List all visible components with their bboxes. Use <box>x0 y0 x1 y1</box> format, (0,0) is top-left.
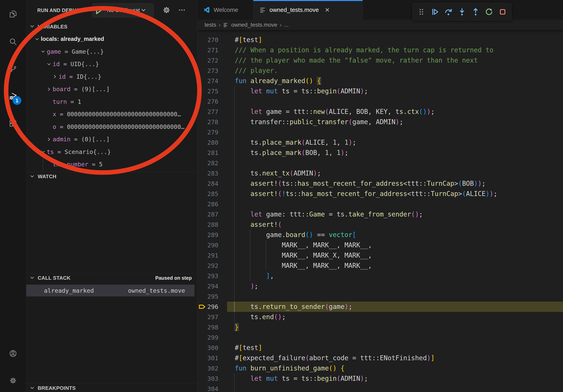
code-line-content[interactable] <box>227 332 563 343</box>
line-gutter[interactable]: 301 <box>197 353 227 363</box>
code-line-content[interactable] <box>227 158 563 168</box>
call-stack-section-header[interactable]: CALL STACK Paused on step <box>26 273 197 282</box>
breakpoints-section-header[interactable]: BREAKPOINTS <box>26 383 197 392</box>
chevron-down-icon[interactable] <box>39 148 47 156</box>
code-line-content[interactable]: /// the player who made the "false" move… <box>227 55 563 65</box>
chevron-down-icon[interactable] <box>45 60 53 68</box>
line-number[interactable]: 291 <box>207 250 218 261</box>
code-line-content[interactable]: MARK__, MARK_X, MARK__, <box>227 250 563 261</box>
code-line-content[interactable]: transfer::public_transfer(game, ADMIN); <box>227 117 563 127</box>
line-number[interactable]: 279 <box>207 127 218 137</box>
code-line-content[interactable]: ts.place_mark(BOB, 1, 1); <box>227 148 563 158</box>
line-gutter[interactable]: 273 <box>197 65 227 76</box>
variable-row[interactable]: id = ID{...} <box>26 70 197 83</box>
line-gutter[interactable]: 274 <box>197 76 227 86</box>
line-gutter[interactable]: 298 <box>197 322 227 332</box>
stop-icon[interactable] <box>498 7 508 17</box>
chevron-right-icon[interactable] <box>51 73 59 80</box>
variable-row[interactable]: id = UID{...} <box>26 58 197 70</box>
line-gutter[interactable]: 281 <box>197 148 227 158</box>
restart-icon[interactable] <box>484 7 494 17</box>
more-actions-icon[interactable] <box>177 6 186 15</box>
line-number[interactable]: 290 <box>207 240 218 250</box>
start-debug-icon[interactable] <box>92 3 104 17</box>
line-gutter[interactable]: 285 <box>197 189 227 199</box>
line-gutter[interactable]: 290 <box>197 240 227 250</box>
breadcrumb-item[interactable]: tests <box>205 22 216 28</box>
line-gutter[interactable]: 275 <box>197 86 227 96</box>
debug-config-dropdown[interactable]: No Configurations <box>92 3 154 17</box>
line-number[interactable]: 295 <box>207 291 218 301</box>
chevron-down-icon[interactable] <box>39 48 47 55</box>
code-line-content[interactable]: /// When a position is already marked, t… <box>227 45 563 55</box>
line-number[interactable]: 280 <box>207 137 218 148</box>
chevron-right-icon[interactable] <box>45 136 53 143</box>
variable-row[interactable]: ts = Scenario{...} <box>26 146 197 158</box>
line-gutter[interactable]: 283 <box>197 168 227 178</box>
extensions-icon[interactable] <box>9 119 17 128</box>
code-line-content[interactable]: MARK__, MARK__, MARK__, <box>227 261 563 271</box>
step-out-icon[interactable] <box>471 7 481 17</box>
line-number[interactable]: 286 <box>207 199 218 209</box>
line-number[interactable]: 303 <box>207 373 218 384</box>
variable-row[interactable]: o = 00000000000000000000000000000000… <box>26 121 197 133</box>
line-gutter[interactable]: 302 <box>197 363 227 373</box>
search-icon[interactable] <box>9 37 17 46</box>
line-number[interactable]: 281 <box>207 148 218 158</box>
drag-handle-icon[interactable] <box>416 7 426 17</box>
code-line-content[interactable]: MARK__, MARK__, MARK__, <box>227 240 563 250</box>
line-number[interactable]: 285 <box>207 189 218 199</box>
code-line-content[interactable]: ts.place_mark(ALICE, 1, 1); <box>227 137 563 148</box>
variable-row[interactable]: game = Game{...} <box>26 45 197 58</box>
line-gutter[interactable]: 291 <box>197 250 227 261</box>
line-number[interactable]: 284 <box>207 178 218 189</box>
code-line-content[interactable]: let game: ttt::Game = ts.take_from_sende… <box>227 209 563 220</box>
line-gutter[interactable]: 286 <box>197 199 227 209</box>
code-line-content[interactable]: fun burn_unfinished_game() { <box>227 363 563 373</box>
variable-row[interactable]: txn_number = 5 <box>26 158 197 171</box>
step-into-icon[interactable] <box>457 7 467 17</box>
line-number[interactable]: 298 <box>207 322 218 332</box>
line-gutter[interactable]: 270 <box>197 35 227 45</box>
chevron-down-icon[interactable] <box>33 35 41 43</box>
code-line-content[interactable]: ); <box>227 281 563 291</box>
call-stack-frame[interactable]: already_marked owned_tests.move <box>26 285 194 297</box>
line-gutter[interactable]: 304 <box>197 384 227 392</box>
line-number[interactable]: 283 <box>207 168 218 178</box>
line-gutter[interactable]: 288 <box>197 220 227 230</box>
code-line-content[interactable]: let mut ts = ts::begin(ADMIN); <box>227 86 563 96</box>
code-line-content[interactable]: assert!(ts::has_most_recent_for_address<… <box>227 178 563 189</box>
line-number[interactable]: 294 <box>207 281 218 291</box>
line-number[interactable]: 287 <box>207 209 218 220</box>
line-gutter[interactable]: 284 <box>197 178 227 189</box>
line-gutter[interactable]: 294 <box>197 281 227 291</box>
line-number[interactable]: 288 <box>207 220 218 230</box>
line-number[interactable]: 293 <box>207 271 218 281</box>
variable-row[interactable]: admin = (0)[...] <box>26 133 197 146</box>
line-gutter[interactable]: 289 <box>197 230 227 240</box>
line-gutter[interactable]: 295 <box>197 291 227 301</box>
line-number[interactable]: 296 <box>207 301 218 312</box>
watch-section-header[interactable]: WATCH <box>26 172 197 181</box>
code-line-content[interactable] <box>227 96 563 107</box>
line-number[interactable]: 302 <box>207 363 218 373</box>
line-number[interactable]: 275 <box>207 86 218 96</box>
line-number[interactable]: 274 <box>207 76 218 86</box>
line-gutter[interactable]: 303 <box>197 373 227 384</box>
code-line-content[interactable]: let mut ts = ts::begin(ADMIN); <box>227 373 563 384</box>
continue-icon[interactable] <box>430 7 440 17</box>
step-over-icon[interactable] <box>443 7 454 17</box>
code-line-content[interactable]: #[expected_failure(abort_code = ttt::ENo… <box>227 353 563 363</box>
code-line-content[interactable] <box>227 127 563 137</box>
tab-welcome[interactable]: Welcome <box>197 0 253 20</box>
line-number[interactable]: 278 <box>207 117 218 127</box>
line-gutter[interactable]: 279 <box>197 127 227 137</box>
source-control-icon[interactable] <box>9 64 17 73</box>
close-icon[interactable] <box>324 7 331 13</box>
line-number[interactable]: 271 <box>207 45 218 55</box>
code-line-content[interactable]: /// player. <box>227 65 563 76</box>
line-number[interactable]: 282 <box>207 158 218 168</box>
line-gutter[interactable]: 297 <box>197 312 227 322</box>
code-line-content[interactable]: ts.end(); <box>227 312 563 322</box>
variable-row[interactable]: board = (9)[...] <box>26 83 197 95</box>
